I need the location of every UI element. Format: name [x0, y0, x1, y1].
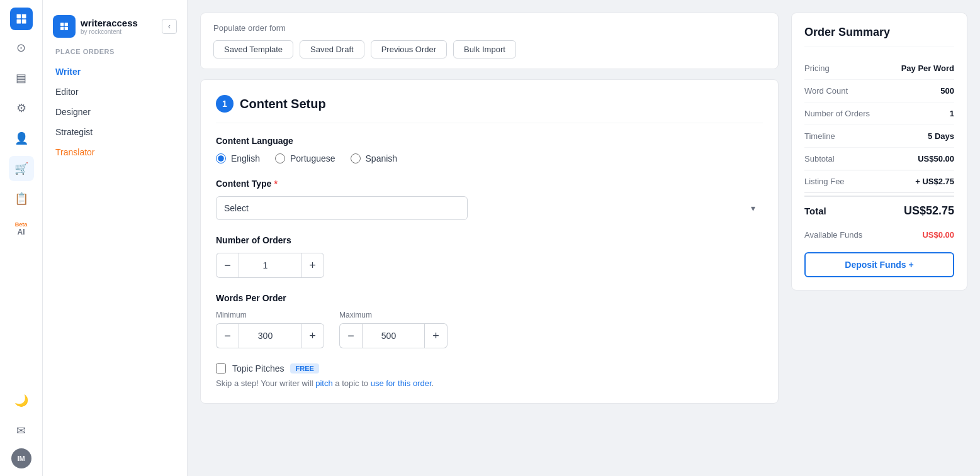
nav-section-label: PLACE ORDERS	[43, 48, 187, 62]
subtotal-value: US$50.00	[918, 154, 954, 163]
total-key: Total	[804, 206, 826, 216]
previous-order-btn[interactable]: Previous Order	[371, 40, 447, 58]
collapse-button[interactable]: ‹	[162, 19, 177, 34]
minimum-increment-btn[interactable]: +	[301, 323, 324, 348]
minimum-stepper: − +	[216, 323, 324, 348]
use-for-order-link[interactable]: use for this order	[371, 379, 432, 388]
beta-label: Beta	[15, 221, 28, 228]
orders-input[interactable]	[239, 253, 301, 278]
nav-item-translator[interactable]: Translator	[43, 142, 187, 162]
total-row: Total US$52.75	[804, 196, 954, 225]
timeline-value: 5 Days	[928, 131, 954, 141]
ai-icon[interactable]: Beta AI	[9, 216, 34, 241]
settings-icon[interactable]: ⚙	[9, 96, 34, 121]
radio-english[interactable]: English	[216, 153, 260, 163]
logo-main-text: writeraccess	[81, 18, 138, 28]
svg-rect-7	[65, 27, 68, 30]
saved-draft-btn[interactable]: Saved Draft	[300, 40, 364, 58]
content-type-select[interactable]: Select Blog Post Article Web Page Press …	[216, 196, 468, 220]
minimum-input[interactable]	[239, 323, 301, 348]
deposit-funds-btn[interactable]: Deposit Funds +	[804, 252, 954, 277]
radio-english-label: English	[231, 153, 260, 163]
minimum-label: Minimum	[216, 311, 324, 319]
summary-title: Order Summary	[804, 26, 954, 47]
listing-fee-value: + US$2.75	[915, 177, 954, 186]
orders-stepper: − +	[216, 253, 763, 278]
maximum-words-group: Maximum − +	[339, 311, 448, 348]
logo-svg	[15, 13, 28, 25]
chevron-down-icon: ▾	[751, 203, 755, 213]
words-row: Minimum − + Maximum − +	[216, 311, 763, 348]
radio-portuguese-input[interactable]	[275, 153, 285, 163]
nav-item-designer[interactable]: Designer	[43, 102, 187, 122]
content-type-label: Content Type*	[216, 179, 763, 189]
maximum-decrement-btn[interactable]: −	[339, 323, 362, 348]
topic-pitches-label: Topic Pitches	[232, 363, 284, 374]
order-summary: Order Summary Pricing Pay Per Word Word …	[791, 13, 967, 291]
sidebar: ⊙ ▤ ⚙ 👤 🛒 📋 Beta AI 🌙 ✉ IM	[0, 0, 43, 476]
nav-logo-icon	[53, 15, 76, 38]
populate-buttons: Saved Template Saved Draft Previous Orde…	[213, 40, 765, 58]
logo-area: writeraccess by rockcontent ‹	[43, 13, 187, 48]
content-type-select-wrapper: Select Blog Post Article Web Page Press …	[216, 196, 763, 220]
saved-template-btn[interactable]: Saved Template	[213, 40, 293, 58]
nav-item-editor[interactable]: Editor	[43, 82, 187, 102]
topic-pitches-row: Topic Pitches FREE	[216, 363, 763, 374]
populate-label: Populate order form	[213, 23, 765, 33]
summary-row-timeline: Timeline 5 Days	[804, 125, 954, 148]
logo-text: writeraccess by rockcontent	[81, 18, 138, 35]
radio-portuguese[interactable]: Portuguese	[275, 153, 335, 163]
orders-increment-btn[interactable]: +	[301, 253, 324, 278]
topic-pitches-desc: Skip a step! Your writer will pitch a to…	[216, 379, 763, 388]
bulk-import-btn[interactable]: Bulk Import	[453, 40, 516, 58]
minimum-words-group: Minimum − +	[216, 311, 324, 348]
topic-pitches-checkbox[interactable]	[216, 363, 226, 374]
timeline-key: Timeline	[804, 131, 835, 141]
svg-rect-2	[16, 19, 21, 24]
nav-panel: writeraccess by rockcontent ‹ PLACE ORDE…	[43, 0, 188, 476]
minimum-decrement-btn[interactable]: −	[216, 323, 239, 348]
section-title-text: Content Setup	[240, 97, 326, 111]
nav-item-writer[interactable]: Writer	[43, 62, 187, 82]
avatar[interactable]: IM	[11, 448, 31, 468]
word-count-value: 500	[940, 86, 954, 96]
num-orders-value: 1	[950, 109, 954, 118]
summary-row-word-count: Word Count 500	[804, 80, 954, 102]
people-icon[interactable]: 👤	[9, 126, 34, 151]
pitch-link[interactable]: pitch	[315, 379, 332, 388]
mail-icon[interactable]: ✉	[9, 418, 34, 443]
words-per-order-label: Words Per Order	[216, 293, 763, 303]
nav-logo-svg	[59, 21, 69, 31]
step-badge: 1	[216, 95, 234, 113]
subtotal-key: Subtotal	[804, 154, 835, 163]
word-count-key: Word Count	[804, 86, 848, 96]
svg-rect-4	[60, 23, 64, 26]
content-language-group: Content Language English Portuguese Span…	[216, 136, 763, 163]
svg-rect-6	[60, 27, 64, 30]
orders-list-icon[interactable]: ▤	[9, 65, 34, 91]
radio-english-input[interactable]	[216, 153, 226, 163]
maximum-input[interactable]	[362, 323, 425, 348]
svg-rect-5	[65, 23, 68, 26]
radio-spanish-input[interactable]	[351, 153, 361, 163]
radio-spanish-label: Spanish	[366, 153, 398, 163]
maximum-increment-btn[interactable]: +	[425, 323, 448, 348]
radio-portuguese-label: Portuguese	[290, 153, 335, 163]
required-asterisk: *	[274, 179, 277, 189]
words-per-order-group: Words Per Order Minimum − + Maximum − +	[216, 293, 763, 348]
ai-label: AI	[18, 228, 25, 236]
language-radio-group: English Portuguese Spanish	[216, 153, 763, 163]
listing-fee-row: Listing Fee + US$2.75	[804, 170, 954, 193]
dashboard-icon[interactable]: ⊙	[9, 35, 34, 60]
orders-decrement-btn[interactable]: −	[216, 253, 239, 278]
svg-rect-1	[21, 14, 26, 19]
shopping-icon[interactable]: 🛒	[9, 156, 34, 181]
radio-spanish[interactable]: Spanish	[351, 153, 398, 163]
nav-item-strategist[interactable]: Strategist	[43, 122, 187, 142]
logo-icon	[10, 8, 33, 30]
main-content: Populate order form Saved Template Saved…	[188, 0, 791, 476]
svg-rect-0	[16, 14, 21, 19]
clipboard-icon[interactable]: 📋	[9, 186, 34, 211]
maximum-label: Maximum	[339, 311, 448, 319]
moon-icon[interactable]: 🌙	[9, 388, 34, 413]
